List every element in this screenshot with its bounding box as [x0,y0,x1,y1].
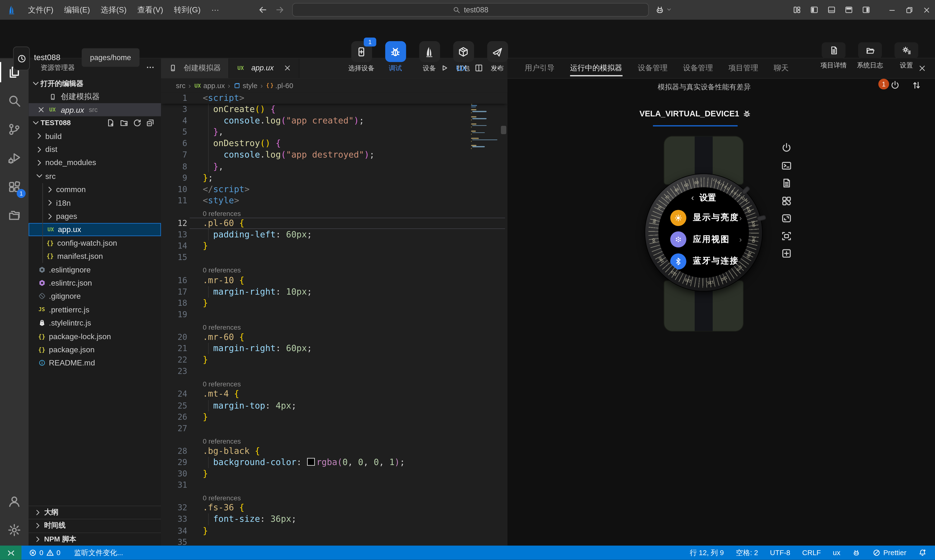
watch-menu-应用视图[interactable]: 应用视图› [670,229,744,250]
minimize-button[interactable] [883,0,900,20]
code-line-21[interactable]: 21 margin-right: 60px; [161,343,507,354]
activity-account[interactable] [0,487,29,516]
logs-icon[interactable] [781,177,792,189]
tree-item-.eslintignore[interactable]: .eslintignore [29,263,161,276]
menu-view[interactable]: 查看(V) [132,0,169,20]
breadcrumb-style[interactable]: style [233,82,258,89]
code-line-10[interactable]: 10</script> [161,183,507,195]
section-outline[interactable]: 大纲 [29,505,161,519]
code-line-text[interactable]: .bg-black { [203,445,260,457]
tree-item-package.json[interactable]: {}package.json [29,343,161,357]
power-icon[interactable] [781,142,792,154]
layout-sidebar-left-button[interactable] [806,0,823,20]
project-root-header[interactable]: TEST088 [29,116,161,129]
open-editors-header[interactable]: 打开的编辑器 [29,77,161,90]
code-line-text[interactable]: } [203,525,208,536]
tree-item-.prettierrc.js[interactable]: JS.prettierrc.js [29,303,161,316]
tree-item-package-lock.json[interactable]: {}package-lock.json [29,330,161,343]
layout-panel-bottom-button[interactable] [823,0,840,20]
code-line-text[interactable]: </script> [203,183,249,195]
tree-item-README.md[interactable]: README.md [29,357,161,370]
code-line-text[interactable]: margin-right: 10px; [203,286,312,297]
status-notifications[interactable] [918,549,926,557]
activity-run-debug[interactable] [0,144,29,172]
device-button[interactable]: 设备 [415,41,444,73]
code-line-12[interactable]: 12.pl-60 { [161,218,507,229]
activity-settings[interactable] [0,516,29,545]
tree-item-.stylelintrc.js[interactable]: .stylelintrc.js [29,316,161,330]
code-line-text[interactable]: console.log("app created"); [203,115,364,127]
screenshot-icon[interactable] [781,230,792,242]
section-timeline[interactable]: 时间线 [29,519,161,532]
panel-tab-user-guide[interactable]: 用户引导 [525,57,554,78]
panel-tab-running-simulator[interactable]: 运行中的模拟器 [570,57,622,78]
watch-screen[interactable]: ‹设置 显示与亮度›应用视图›蓝牙与连接›移动网络 [658,187,749,278]
tree-item-manifest.json[interactable]: {}manifest.json [29,249,161,263]
code-line-19[interactable]: 19 [161,309,507,320]
code-line-23[interactable]: 23 [161,366,507,377]
page-chip[interactable]: pages/home [82,48,140,67]
breadcrumb-.pl-60[interactable]: .pl-60 [266,82,294,89]
tree-item-config-watch.json[interactable]: {}config-watch.json [29,236,161,249]
activity-source-control[interactable] [0,115,29,144]
code-line-35[interactable]: 35 [161,536,507,546]
code-line-6[interactable]: 6 onDestroy() { [161,138,507,149]
code-line-34[interactable]: 34} [161,525,507,536]
status-formatter[interactable]: Prettier [873,549,906,557]
code-line-25[interactable]: 25 margin-top: 4px; [161,400,507,411]
status-cursor-position[interactable]: 行 12, 列 9 [690,548,724,558]
code-line-13[interactable]: 13 padding-left: 60px; [161,229,507,240]
power-icon[interactable] [890,80,900,91]
code-line-text[interactable]: console.log("app destroyed"); [203,149,375,161]
editor-tab-app.ux[interactable]: UXapp.ux [229,58,299,78]
code-line-text[interactable]: font-size: 36px; [203,514,297,525]
code-line-28[interactable]: 28.bg-black { [161,445,507,457]
new-folder-icon[interactable] [119,118,129,128]
debug-button[interactable]: 调试 [381,41,410,73]
publish-button[interactable]: 发布 [483,41,512,73]
editor-tab-创建模拟器[interactable]: 创建模拟器 [161,58,229,78]
code-line-text[interactable]: } [203,240,208,252]
project-details-button[interactable]: 项目详情 [819,42,848,70]
code-line-9[interactable]: 9}; [161,172,507,183]
code-line-text[interactable]: } [203,468,208,480]
activity-extensions[interactable]: 1 [0,172,29,201]
code-line-text[interactable]: .mr-60 { [203,332,245,343]
tree-item-app.ux[interactable]: UXapp.ux [29,223,161,236]
status-encoding[interactable]: UTF-8 [770,549,790,557]
watch-menu-显示与亮度[interactable]: 显示与亮度› [670,207,744,228]
activity-search[interactable] [0,86,29,115]
close-button[interactable] [918,0,935,20]
refresh-icon[interactable] [132,118,142,128]
status-language-mode[interactable]: ux [833,549,840,557]
device-tab[interactable]: VELA_VIRTUAL_DEVICE1 [624,109,767,118]
code-line-text[interactable]: margin-top: 4px; [203,400,297,411]
status-eol[interactable]: CRLF [802,549,821,557]
panel-tab-device-management-1[interactable]: 设备管理 [638,57,667,78]
breadcrumb-src[interactable]: src [176,82,185,89]
code-line-11[interactable]: 11<style> [161,195,507,206]
system-logs-button[interactable]: 系统日志 [856,42,884,70]
tree-item-pages[interactable]: pages [29,209,161,223]
restore-button[interactable] [900,0,918,20]
panel-tab-project-management[interactable]: 项目管理 [728,57,758,78]
menu-more[interactable]: ··· [206,0,225,20]
code-line-text[interactable]: } [203,354,208,366]
settings-button[interactable]: 设置 [892,42,921,70]
code-line-16[interactable]: 16.mr-10 { [161,275,507,286]
breadcrumb[interactable]: src›UXapp.ux›style›.pl-60 [161,78,507,92]
code-line-1[interactable]: 1<script> [161,92,507,104]
code-line-text[interactable]: }, [203,161,224,172]
assistant-menu[interactable] [655,3,672,16]
code-line-text[interactable]: <script> [203,92,245,104]
problems-status[interactable]: 0 0 [29,549,61,557]
code-line-text[interactable]: .mr-10 { [203,275,245,286]
code-line-33[interactable]: 33 font-size: 36px; [161,514,507,525]
code-line-text[interactable]: } [203,297,208,309]
code-line-3[interactable]: 3 onCreate() { [161,104,507,115]
code-editor[interactable]: 1<script>3 onCreate() {4 console.log("ap… [161,92,507,546]
open-editor-app.ux[interactable]: UXapp.uxsrc [29,103,161,116]
tree-item-i18n[interactable]: i18n [29,196,161,210]
menu-edit[interactable]: 编辑(E) [59,0,95,20]
close-icon[interactable] [37,105,45,114]
